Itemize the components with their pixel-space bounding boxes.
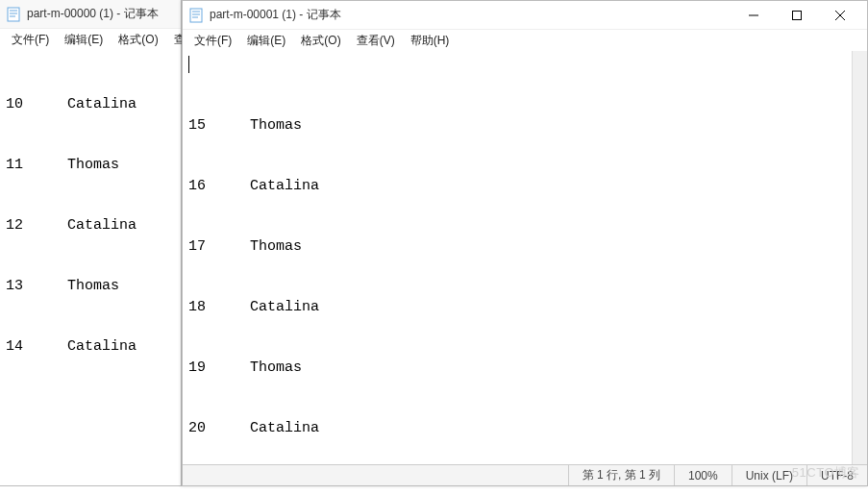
text-row: 11Thomas xyxy=(6,155,175,175)
notepad-window-front: part-m-00001 (1) - 记事本 文件(F) 编辑(E) 格式(O)… xyxy=(182,0,868,486)
status-line-ending: Unix (LF) xyxy=(732,465,806,485)
menubar: 文件(F) 编辑(E) 格式(O) 查看(V) 帮助(H) xyxy=(183,30,867,51)
notepad-icon xyxy=(6,7,21,22)
text-row: 12Catalina xyxy=(6,215,175,235)
titlebar[interactable]: part-m-00000 (1) - 记事本 xyxy=(0,0,181,29)
maximize-button[interactable] xyxy=(775,1,818,30)
text-row: 20Catalina xyxy=(188,418,861,438)
vertical-scrollbar[interactable] xyxy=(852,51,867,464)
menubar: 文件(F) 编辑(E) 格式(O) 查看 xyxy=(0,29,181,50)
text-area[interactable]: 10Catalina 11Thomas 12Catalina 13Thomas … xyxy=(0,50,181,485)
text-row: 13Thomas xyxy=(6,276,175,296)
menu-format[interactable]: 格式(O) xyxy=(111,30,165,50)
status-encoding: UTF-8 xyxy=(806,465,867,485)
window-title: part-m-00001 (1) - 记事本 xyxy=(210,7,341,23)
status-position: 第 1 行, 第 1 列 xyxy=(568,465,674,485)
close-button[interactable] xyxy=(818,1,861,30)
window-controls xyxy=(732,1,861,29)
window-title: part-m-00000 (1) - 记事本 xyxy=(27,6,159,22)
minimize-button[interactable] xyxy=(732,1,775,30)
text-row: 17Thomas xyxy=(188,236,861,257)
text-area[interactable]: 15Thomas 16Catalina 17Thomas 18Catalina … xyxy=(183,51,867,464)
statusbar: 第 1 行, 第 1 列 100% Unix (LF) UTF-8 xyxy=(183,464,867,485)
menu-edit[interactable]: 编辑(E) xyxy=(57,30,111,50)
menu-edit[interactable]: 编辑(E) xyxy=(239,31,293,51)
notepad-icon xyxy=(188,8,204,23)
menu-help[interactable]: 帮助(H) xyxy=(403,31,458,51)
menu-view[interactable]: 查看(V) xyxy=(349,31,403,51)
text-row: 16Catalina xyxy=(188,176,861,196)
menu-format[interactable]: 格式(O) xyxy=(293,31,348,51)
status-zoom: 100% xyxy=(674,465,732,485)
text-row: 18Catalina xyxy=(188,297,861,317)
titlebar[interactable]: part-m-00001 (1) - 记事本 xyxy=(183,1,867,30)
svg-rect-9 xyxy=(792,12,801,20)
svg-rect-0 xyxy=(8,8,19,21)
text-row: 19Thomas xyxy=(188,358,861,378)
text-row: 14Catalina xyxy=(6,336,175,357)
menu-file[interactable]: 文件(F) xyxy=(4,30,57,50)
text-row: 15Thomas xyxy=(188,115,861,136)
text-row: 10Catalina xyxy=(6,94,175,114)
notepad-window-back: part-m-00000 (1) - 记事本 文件(F) 编辑(E) 格式(O)… xyxy=(0,0,182,486)
svg-rect-4 xyxy=(190,9,202,22)
text-cursor xyxy=(188,56,189,73)
menu-file[interactable]: 文件(F) xyxy=(186,31,239,51)
